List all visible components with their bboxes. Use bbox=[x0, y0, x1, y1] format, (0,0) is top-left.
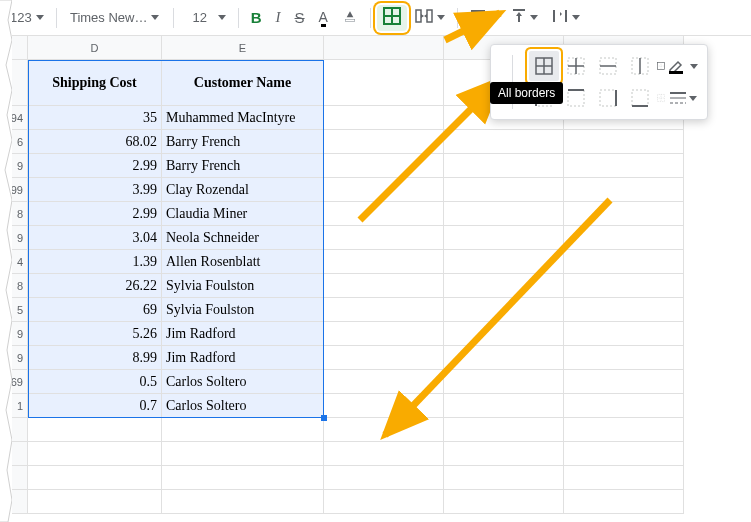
border-vertical-button[interactable] bbox=[625, 51, 655, 81]
text-wrap-button[interactable] bbox=[546, 5, 586, 31]
fill-color-button[interactable] bbox=[336, 5, 364, 31]
border-horizontal-button[interactable] bbox=[593, 51, 623, 81]
cell[interactable] bbox=[444, 274, 564, 298]
cell[interactable] bbox=[444, 442, 564, 466]
cell[interactable]: Shipping Cost bbox=[28, 60, 162, 106]
cell[interactable] bbox=[324, 154, 444, 178]
cell[interactable] bbox=[28, 442, 162, 466]
cell[interactable]: 1.39 bbox=[28, 250, 162, 274]
text-color-button[interactable]: A bbox=[313, 5, 334, 31]
cell[interactable] bbox=[444, 226, 564, 250]
cell[interactable]: Jim Radford bbox=[162, 322, 324, 346]
cell[interactable]: Customer Name bbox=[162, 60, 324, 106]
cell[interactable] bbox=[28, 466, 162, 490]
border-all-button[interactable] bbox=[529, 51, 559, 81]
cell[interactable]: Sylvia Foulston bbox=[162, 274, 324, 298]
cell[interactable]: 5.26 bbox=[28, 322, 162, 346]
cell[interactable]: Barry French bbox=[162, 154, 324, 178]
cell[interactable] bbox=[564, 178, 684, 202]
cell[interactable] bbox=[324, 490, 444, 514]
border-none-button[interactable] bbox=[657, 83, 665, 113]
cell[interactable] bbox=[444, 394, 564, 418]
cell[interactable]: Clay Rozendal bbox=[162, 178, 324, 202]
cell[interactable] bbox=[564, 298, 684, 322]
cell[interactable] bbox=[564, 202, 684, 226]
cell[interactable] bbox=[444, 250, 564, 274]
border-color-button[interactable] bbox=[667, 51, 699, 81]
cell[interactable] bbox=[444, 130, 564, 154]
cell[interactable]: 26.22 bbox=[28, 274, 162, 298]
cell[interactable] bbox=[324, 394, 444, 418]
vertical-align-button[interactable] bbox=[506, 5, 544, 31]
cell[interactable]: Jim Radford bbox=[162, 346, 324, 370]
cell[interactable] bbox=[444, 322, 564, 346]
borders-button[interactable] bbox=[377, 5, 407, 31]
font-family-dropdown[interactable]: Times New… bbox=[63, 5, 167, 31]
cell[interactable]: 0.7 bbox=[28, 394, 162, 418]
horizontal-align-button[interactable] bbox=[464, 5, 504, 31]
cell[interactable] bbox=[162, 442, 324, 466]
cell[interactable]: Neola Schneider bbox=[162, 226, 324, 250]
cell[interactable] bbox=[28, 490, 162, 514]
border-right-button[interactable] bbox=[593, 83, 623, 113]
cell[interactable] bbox=[444, 370, 564, 394]
cell[interactable] bbox=[564, 130, 684, 154]
cell[interactable]: 68.02 bbox=[28, 130, 162, 154]
column-header-d[interactable]: D bbox=[28, 36, 162, 60]
cell[interactable] bbox=[324, 370, 444, 394]
cell[interactable] bbox=[564, 274, 684, 298]
cell[interactable] bbox=[444, 178, 564, 202]
cell[interactable]: Muhammed MacIntyre bbox=[162, 106, 324, 130]
cell[interactable] bbox=[324, 442, 444, 466]
cell[interactable]: 0.5 bbox=[28, 370, 162, 394]
italic-button[interactable]: I bbox=[270, 5, 287, 31]
border-style-button[interactable] bbox=[667, 83, 699, 113]
cell[interactable] bbox=[444, 298, 564, 322]
cell[interactable] bbox=[444, 490, 564, 514]
cell[interactable] bbox=[324, 250, 444, 274]
cell[interactable] bbox=[564, 394, 684, 418]
cell[interactable]: Carlos Soltero bbox=[162, 394, 324, 418]
cell[interactable] bbox=[444, 202, 564, 226]
column-header-f[interactable] bbox=[324, 36, 444, 60]
cell[interactable] bbox=[564, 250, 684, 274]
cell[interactable] bbox=[444, 418, 564, 442]
cell[interactable] bbox=[564, 490, 684, 514]
cell[interactable] bbox=[324, 226, 444, 250]
cell[interactable] bbox=[324, 418, 444, 442]
cell[interactable] bbox=[324, 466, 444, 490]
cell[interactable] bbox=[564, 442, 684, 466]
cell[interactable]: 3.99 bbox=[28, 178, 162, 202]
cell[interactable] bbox=[324, 274, 444, 298]
cell[interactable] bbox=[444, 346, 564, 370]
cell[interactable]: Sylvia Foulston bbox=[162, 298, 324, 322]
border-bottom-button[interactable] bbox=[625, 83, 655, 113]
cell[interactable] bbox=[564, 418, 684, 442]
cell[interactable] bbox=[324, 346, 444, 370]
cell[interactable]: Barry French bbox=[162, 130, 324, 154]
cell[interactable]: Claudia Miner bbox=[162, 202, 324, 226]
cell[interactable] bbox=[28, 418, 162, 442]
cell[interactable] bbox=[324, 106, 444, 130]
cell[interactable]: 69 bbox=[28, 298, 162, 322]
cell[interactable]: 2.99 bbox=[28, 202, 162, 226]
cell[interactable] bbox=[324, 202, 444, 226]
font-size-dropdown[interactable]: 12 bbox=[180, 5, 232, 31]
cell[interactable] bbox=[324, 130, 444, 154]
bold-button[interactable]: B bbox=[245, 5, 268, 31]
column-header-e[interactable]: E bbox=[162, 36, 324, 60]
cell[interactable]: 3.04 bbox=[28, 226, 162, 250]
cell[interactable] bbox=[564, 154, 684, 178]
cell[interactable] bbox=[564, 370, 684, 394]
border-top-button[interactable] bbox=[561, 83, 591, 113]
cell[interactable]: Allen Rosenblatt bbox=[162, 250, 324, 274]
cell[interactable] bbox=[324, 298, 444, 322]
selection-handle[interactable] bbox=[321, 415, 327, 421]
strikethrough-button[interactable]: S bbox=[289, 5, 311, 31]
cell[interactable] bbox=[324, 178, 444, 202]
cell[interactable] bbox=[162, 418, 324, 442]
cell[interactable] bbox=[162, 490, 324, 514]
cell[interactable] bbox=[564, 466, 684, 490]
cell[interactable] bbox=[444, 466, 564, 490]
cell[interactable]: 8.99 bbox=[28, 346, 162, 370]
